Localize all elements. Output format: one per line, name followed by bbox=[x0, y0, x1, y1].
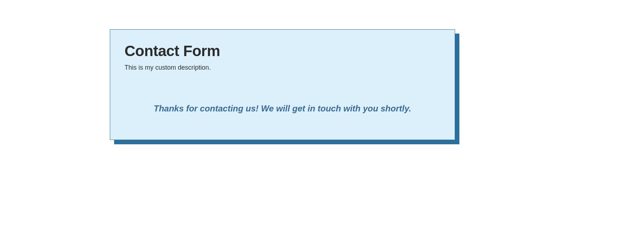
form-title: Contact Form bbox=[125, 42, 440, 60]
form-description: This is my custom description. bbox=[125, 64, 440, 71]
contact-form-card: Contact Form This is my custom descripti… bbox=[110, 29, 455, 140]
confirmation-message: Thanks for contacting us! We will get in… bbox=[125, 104, 440, 114]
